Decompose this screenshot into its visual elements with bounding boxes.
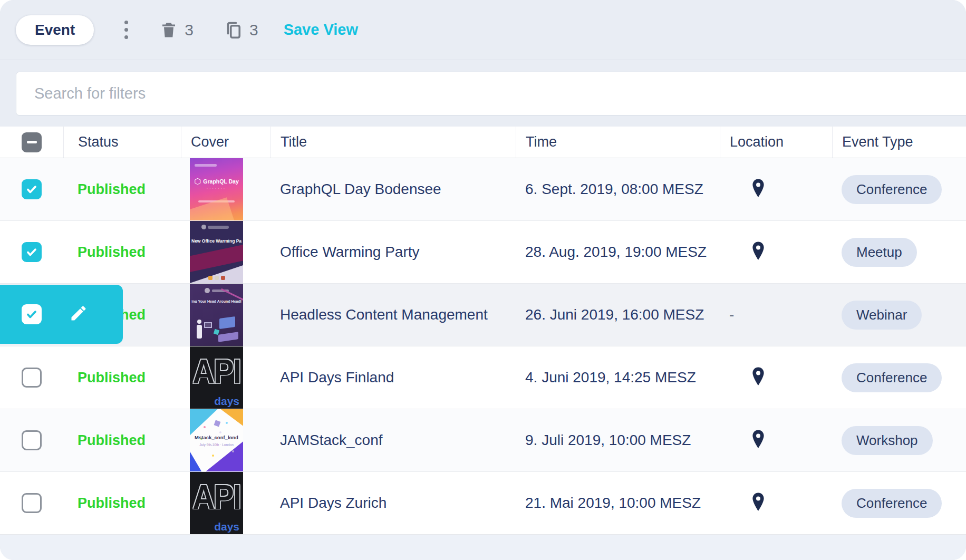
footer-bar: [0, 535, 966, 560]
row-title-cell: API Days Zurich: [271, 472, 516, 534]
table-row[interactable]: Published ing Your Head Around Headl: [0, 284, 966, 346]
map-pin-icon: [750, 178, 766, 200]
map-pin-icon: [750, 241, 766, 263]
row-status-cell: Published: [63, 409, 181, 471]
row-select-cell: [0, 221, 63, 283]
event-title: JAMStack_conf: [271, 432, 383, 449]
event-title: Office Warming Party: [271, 244, 420, 260]
row-cover-cell: ⬡GraphQL Day ·······: [181, 158, 271, 220]
row-type-cell: Webinar: [832, 284, 966, 346]
row-checkbox[interactable]: [22, 430, 42, 450]
row-select-cell: [0, 472, 63, 534]
cover-jamstack: Mstack_conf_lond July 9th-10th · London: [190, 409, 243, 471]
header-select-cell: [0, 127, 63, 158]
row-location-cell: [720, 221, 832, 283]
header-event-type: Event Type: [832, 127, 966, 158]
table-row[interactable]: Published API days API Days Zurich: [0, 472, 966, 535]
row-checkbox-editing[interactable]: [22, 304, 42, 324]
header-title: Title: [271, 127, 516, 158]
cover-thumbnail[interactable]: Mstack_conf_lond July 9th-10th · London: [190, 409, 243, 471]
row-time-cell: 21. Mai 2019, 10:00 MESZ: [516, 472, 720, 534]
event-type-pill: Workshop: [842, 426, 933, 455]
row-type-cell: Conference: [832, 158, 966, 220]
cover-thumbnail[interactable]: API days: [190, 472, 243, 534]
duplicate-selected-button[interactable]: [224, 20, 243, 40]
row-time-cell: 6. Sept. 2019, 08:00 MESZ: [516, 158, 720, 220]
cover-thumbnail[interactable]: ing Your Head Around Headl: [190, 284, 243, 346]
row-location-cell: -: [720, 284, 832, 346]
cover-thumbnail[interactable]: New Office Warming Party: [190, 221, 243, 283]
row-cover-cell: ing Your Head Around Headl: [181, 284, 271, 346]
save-view-link[interactable]: Save View: [284, 21, 358, 38]
cover-graphql-day: ⬡GraphQL Day ·······: [190, 158, 243, 220]
row-type-cell: Meetup: [832, 221, 966, 283]
table-row[interactable]: Published New Office Warming Party: [0, 221, 966, 284]
event-title: GraphQL Day Bodensee: [271, 181, 441, 198]
event-time: 6. Sept. 2019, 08:00 MESZ: [516, 181, 703, 198]
header-time: Time: [516, 127, 720, 158]
row-type-cell: Workshop: [832, 409, 966, 471]
filter-bar: [0, 60, 966, 127]
row-title-cell: GraphQL Day Bodensee: [271, 158, 516, 220]
row-time-cell: 9. Juli 2019, 10:00 MESZ: [516, 409, 720, 471]
row-checkbox[interactable]: [22, 493, 42, 513]
event-time: 28. Aug. 2019, 19:00 MESZ: [516, 244, 707, 260]
header-cover: Cover: [181, 127, 271, 158]
table-row[interactable]: Published API days API Days Finland: [0, 346, 966, 409]
table-header: Status Cover Title Time Location Event T…: [0, 127, 966, 158]
row-type-cell: Conference: [832, 472, 966, 534]
edit-pencil-icon[interactable]: [69, 304, 88, 325]
status-badge: Published: [63, 432, 146, 449]
event-time: 26. Juni 2019, 16:00 MESZ: [516, 306, 704, 323]
row-select-cell: [0, 346, 63, 409]
select-all-checkbox[interactable]: [22, 132, 42, 152]
row-cover-cell: New Office Warming Party: [181, 221, 271, 283]
cover-thumbnail[interactable]: API days: [190, 346, 243, 409]
event-title: API Days Zurich: [271, 495, 387, 511]
trash-icon: [159, 20, 178, 40]
header-status: Status: [63, 127, 181, 158]
row-location-cell: [720, 158, 832, 220]
event-type-pill: Conference: [842, 363, 942, 392]
row-title-cell: Office Warming Party: [271, 221, 516, 283]
toolbar: Event 3 3 Save View: [0, 0, 966, 60]
row-location-cell: [720, 409, 832, 471]
delete-selected-button[interactable]: [159, 20, 178, 40]
row-select-cell: [0, 158, 63, 220]
location-dash: -: [720, 306, 734, 323]
row-select-cell: [0, 409, 63, 471]
row-checkbox[interactable]: [22, 242, 42, 262]
row-checkbox[interactable]: [22, 368, 42, 388]
cover-thumbnail[interactable]: ⬡GraphQL Day ·······: [190, 158, 243, 220]
cover-office-warming: New Office Warming Party: [190, 221, 243, 283]
cover-headless-cms: ing Your Head Around Headl: [190, 284, 243, 346]
event-title: Headless Content Management: [271, 306, 488, 323]
table-row[interactable]: Published ⬡GraphQL Day ·······: [0, 158, 966, 221]
hexagon-logo-icon: ⬡: [194, 177, 201, 185]
entity-tab-event[interactable]: Event: [16, 15, 94, 45]
cover-api-days: API days: [190, 472, 243, 534]
row-title-cell: JAMStack_conf: [271, 409, 516, 471]
row-cover-cell: API days: [181, 346, 271, 409]
table-row[interactable]: Published Mstack_conf_lond July 9th-10th…: [0, 409, 966, 472]
row-type-cell: Conference: [832, 346, 966, 409]
row-checkbox[interactable]: [22, 179, 42, 199]
row-time-cell: 4. Juni 2019, 14:25 MESZ: [516, 346, 720, 409]
row-title-cell: Headless Content Management: [271, 284, 516, 346]
filter-search-input[interactable]: [16, 72, 966, 115]
row-time-cell: 28. Aug. 2019, 19:00 MESZ: [516, 221, 720, 283]
entity-tab-label: Event: [35, 22, 75, 38]
kebab-menu-icon[interactable]: [123, 21, 129, 39]
status-badge: Published: [63, 370, 146, 386]
row-location-cell: [720, 472, 832, 534]
cover-api-days: API days: [190, 346, 243, 409]
header-location: Location: [720, 127, 832, 158]
event-type-pill: Meetup: [842, 238, 917, 267]
event-type-pill: Conference: [842, 489, 942, 518]
row-time-cell: 26. Juni 2019, 16:00 MESZ: [516, 284, 720, 346]
row-location-cell: [720, 346, 832, 409]
row-title-cell: API Days Finland: [271, 346, 516, 409]
event-type-pill: Webinar: [842, 301, 922, 330]
party-emoji-row: [190, 276, 243, 280]
row-status-cell: Published: [63, 472, 181, 534]
